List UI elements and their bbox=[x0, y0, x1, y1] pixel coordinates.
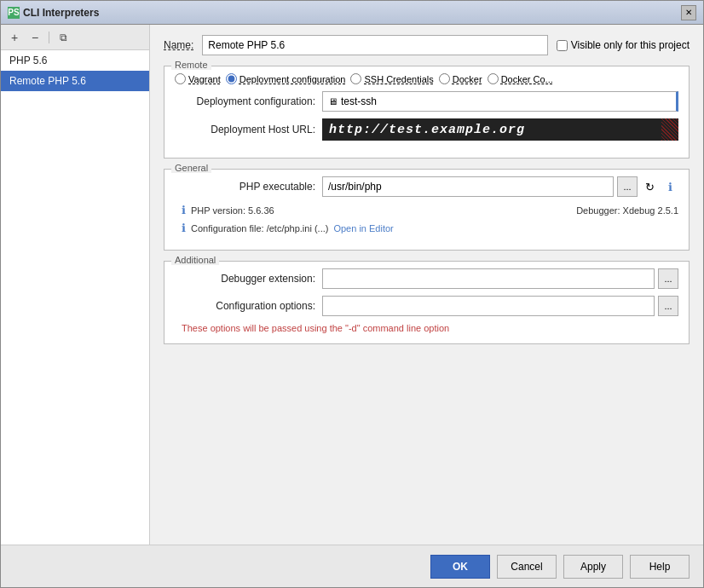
deployment-config-field[interactable]: 🖥 test-ssh bbox=[322, 91, 678, 112]
php-executable-input-area: ... ↻ ℹ bbox=[322, 176, 678, 197]
red-noise-decoration bbox=[661, 118, 678, 141]
host-url-label: Deployment Host URL: bbox=[175, 124, 315, 135]
version-info-icon: ℹ bbox=[182, 204, 186, 216]
deployment-config-value: test-ssh bbox=[341, 95, 377, 107]
general-section: General PHP executable: ... ↻ ℹ ℹ PHP v bbox=[164, 169, 690, 251]
additional-section-label: Additional bbox=[171, 255, 219, 265]
deployment-config-label: Deployment configuration: bbox=[175, 95, 315, 107]
apply-button[interactable]: Apply bbox=[563, 555, 623, 579]
visible-checkbox[interactable] bbox=[557, 40, 568, 51]
header-row: Name: Visible only for this project bbox=[164, 35, 690, 55]
main-panel: Name: Visible only for this project Remo… bbox=[150, 25, 703, 545]
php-executable-label: PHP executable: bbox=[175, 181, 315, 193]
config-file-row: ℹ Configuration file: /etc/php.ini (...)… bbox=[175, 222, 678, 234]
open-in-editor-link[interactable]: Open in Editor bbox=[333, 223, 393, 233]
title-bar: PS CLI Interpreters ✕ bbox=[1, 1, 703, 25]
php-version-row: ℹ PHP version: 5.6.36 Debugger: Xdebug 2… bbox=[175, 204, 678, 216]
php-executable-browse-button[interactable]: ... bbox=[617, 176, 638, 197]
deployment-config-row: Deployment configuration: 🖥 test-ssh bbox=[175, 91, 678, 112]
remote-section: Remote Vagrant Deployment configuration … bbox=[164, 66, 690, 159]
php-version-info: PHP version: 5.6.36 Debugger: Xdebug 2.5… bbox=[191, 205, 678, 216]
config-options-input[interactable] bbox=[322, 296, 655, 316]
config-options-label: Configuration options: bbox=[175, 300, 315, 312]
deployment-config-input-area: 🖥 test-ssh bbox=[322, 91, 678, 112]
ok-button[interactable]: OK bbox=[430, 555, 490, 579]
debugger-ext-input[interactable] bbox=[322, 268, 655, 289]
ssh-radio[interactable] bbox=[350, 73, 361, 84]
host-url-value: http://test.example.org bbox=[329, 123, 525, 137]
general-section-label: General bbox=[171, 163, 211, 173]
ssh-label: SSH Credentials bbox=[364, 74, 433, 84]
remote-section-label: Remote bbox=[171, 60, 211, 70]
vagrant-radio[interactable] bbox=[175, 73, 186, 84]
debugger-info-text: Debugger: Xdebug 2.5.1 bbox=[576, 205, 678, 216]
footer: OK Cancel Apply Help bbox=[1, 545, 703, 587]
vagrant-option[interactable]: Vagrant bbox=[175, 73, 221, 84]
ssh-option[interactable]: SSH Credentials bbox=[350, 73, 433, 84]
radio-row: Vagrant Deployment configuration SSH Cre… bbox=[175, 73, 678, 84]
name-input[interactable] bbox=[202, 35, 547, 55]
debugger-ext-browse-button[interactable]: ... bbox=[658, 268, 678, 289]
deployment-icon: 🖥 bbox=[328, 96, 338, 107]
docker-label: Docker bbox=[453, 74, 482, 84]
info-button[interactable]: ℹ bbox=[661, 178, 678, 195]
deployment-label: Deployment configuration bbox=[239, 74, 346, 84]
php-executable-input[interactable] bbox=[322, 176, 614, 197]
deployment-host-row: Deployment Host URL: http://test.example… bbox=[175, 118, 678, 141]
name-label: Name: bbox=[164, 39, 193, 51]
dialog: PS CLI Interpreters ✕ + − ⧉ PHP 5.6 Remo… bbox=[0, 0, 704, 588]
help-button[interactable]: Help bbox=[630, 555, 690, 579]
sidebar: + − ⧉ PHP 5.6 Remote PHP 5.6 bbox=[1, 25, 150, 545]
docker-compose-radio[interactable] bbox=[488, 73, 499, 84]
host-url-input-area: http://test.example.org bbox=[322, 118, 678, 141]
sidebar-item-remote-php56[interactable]: Remote PHP 5.6 bbox=[1, 71, 149, 91]
config-info-icon: ℹ bbox=[182, 222, 186, 234]
docker-compose-option[interactable]: Docker Co... bbox=[488, 73, 553, 84]
toolbar-divider bbox=[49, 32, 49, 43]
window-title: CLI Interpreters bbox=[23, 7, 99, 19]
visible-label: Visible only for this project bbox=[571, 39, 690, 51]
copy-interpreter-button[interactable]: ⧉ bbox=[55, 29, 72, 46]
title-bar-left: PS CLI Interpreters bbox=[8, 7, 99, 19]
deployment-option[interactable]: Deployment configuration bbox=[226, 73, 346, 84]
debugger-ext-row: Debugger extension: ... bbox=[175, 268, 678, 289]
config-options-input-area: ... bbox=[322, 296, 678, 316]
close-button[interactable]: ✕ bbox=[681, 5, 696, 20]
app-icon: PS bbox=[8, 7, 20, 19]
config-options-row: Configuration options: ... bbox=[175, 296, 678, 316]
sidebar-toolbar: + − ⧉ bbox=[1, 25, 149, 50]
php-executable-row: PHP executable: ... ↻ ℹ bbox=[175, 176, 678, 197]
php-version-text: PHP version: 5.6.36 bbox=[191, 205, 274, 216]
hint-text: These options will be passed using the "… bbox=[175, 323, 678, 333]
docker-compose-label: Docker Co... bbox=[501, 74, 553, 84]
main-content: + − ⧉ PHP 5.6 Remote PHP 5.6 Name: Visib… bbox=[1, 25, 703, 545]
config-options-browse-button[interactable]: ... bbox=[658, 296, 678, 316]
config-file-text: Configuration file: /etc/php.ini (...) bbox=[191, 223, 328, 233]
add-interpreter-button[interactable]: + bbox=[6, 29, 23, 46]
vagrant-label: Vagrant bbox=[188, 74, 221, 84]
additional-section: Additional Debugger extension: ... Confi… bbox=[164, 261, 690, 344]
debugger-ext-label: Debugger extension: bbox=[175, 273, 315, 285]
sidebar-item-php56[interactable]: PHP 5.6 bbox=[1, 50, 149, 71]
docker-radio[interactable] bbox=[439, 73, 450, 84]
reload-button[interactable]: ↻ bbox=[641, 178, 658, 195]
visible-checkbox-area: Visible only for this project bbox=[557, 39, 690, 51]
deployment-radio[interactable] bbox=[226, 73, 237, 84]
docker-option[interactable]: Docker bbox=[439, 73, 482, 84]
debugger-ext-input-area: ... bbox=[322, 268, 678, 289]
host-url-display: http://test.example.org bbox=[322, 118, 678, 141]
remove-interpreter-button[interactable]: − bbox=[26, 29, 43, 46]
cancel-button[interactable]: Cancel bbox=[497, 555, 557, 579]
